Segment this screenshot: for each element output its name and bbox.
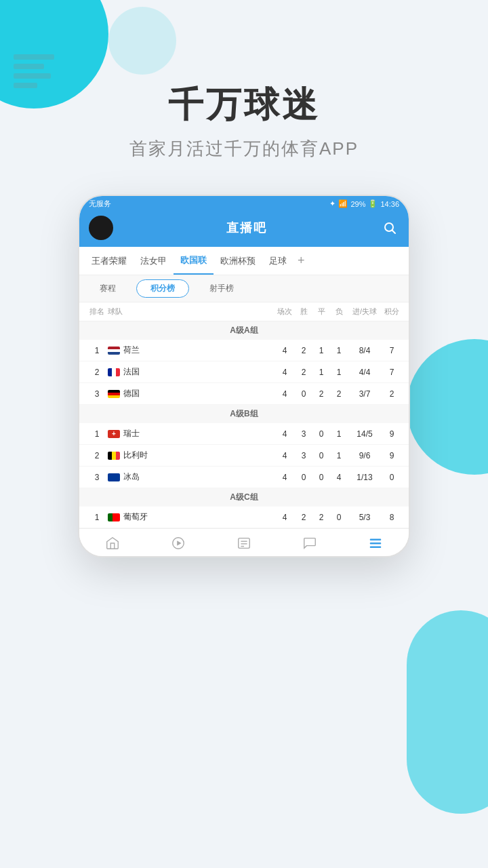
bottom-nav-community[interactable] xyxy=(277,534,343,552)
user-avatar[interactable] xyxy=(89,216,113,240)
battery-level: 29% xyxy=(350,200,365,208)
phone-mockup: 无服务 ✦ 📶 29% 🔋 14:36 直播吧 王者荣耀 法女甲 xyxy=(0,195,488,557)
phone-frame: 无服务 ✦ 📶 29% 🔋 14:36 直播吧 王者荣耀 法女甲 xyxy=(78,195,410,557)
header-lose: 负 xyxy=(330,307,348,317)
flag-switzerland xyxy=(108,430,120,438)
standings-table: 排名 球队 场次 胜 平 负 进/失球 积分 A级A组 1 荷兰 4 2 1 1 xyxy=(79,302,409,528)
bottom-navigation xyxy=(79,528,409,556)
table-row[interactable]: 1 瑞士 4 3 0 1 14/5 9 xyxy=(79,423,409,445)
battery-icon: 🔋 xyxy=(368,199,378,208)
sub-tabs: 赛程 积分榜 射手榜 xyxy=(79,275,409,302)
group-a-header: A级A组 xyxy=(79,321,409,340)
news-icon xyxy=(237,536,251,551)
table-row[interactable]: 3 德国 4 0 2 2 3/7 2 xyxy=(79,383,409,405)
status-bar: 无服务 ✦ 📶 29% 🔋 14:36 xyxy=(79,196,409,212)
list-icon xyxy=(368,536,383,551)
bottom-nav-live[interactable] xyxy=(145,534,211,552)
bg-decoration-circle-br xyxy=(407,610,488,814)
time-display: 14:36 xyxy=(380,200,399,208)
app-title: 直播吧 xyxy=(226,220,267,236)
flag-netherlands xyxy=(108,347,120,355)
app-header: 直播吧 xyxy=(79,212,409,247)
flag-iceland xyxy=(108,473,120,481)
group-b-header: A级B组 xyxy=(79,405,409,423)
subtab-standings[interactable]: 积分榜 xyxy=(136,279,189,298)
search-button[interactable] xyxy=(380,218,399,237)
header-draw: 平 xyxy=(312,307,330,317)
subtab-schedule[interactable]: 赛程 xyxy=(86,280,129,297)
status-carrier: 无服务 xyxy=(89,199,111,209)
group-c-header: A级C组 xyxy=(79,488,409,507)
svg-rect-8 xyxy=(370,539,382,540)
header-team: 球队 xyxy=(108,307,274,317)
header-win: 胜 xyxy=(295,307,312,317)
table-row[interactable]: 1 荷兰 4 2 1 1 8/4 7 xyxy=(79,340,409,361)
tab-zuqiu[interactable]: 足球 xyxy=(262,248,293,274)
table-row[interactable]: 2 法国 4 2 1 1 4/4 7 xyxy=(79,361,409,383)
header-goals: 进/失球 xyxy=(348,307,382,317)
add-tab-button[interactable]: + xyxy=(293,247,309,275)
play-icon xyxy=(171,536,186,551)
navigation-tabs: 王者荣耀 法女甲 欧国联 欧洲杯预 足球 + xyxy=(79,247,409,275)
tab-wangzherongyao[interactable]: 王者荣耀 xyxy=(85,248,134,274)
subtab-scorers[interactable]: 射手榜 xyxy=(196,280,247,297)
table-row[interactable]: 2 比利时 4 3 0 1 9/6 9 xyxy=(79,445,409,467)
table-row[interactable]: 3 冰岛 4 0 0 4 1/13 0 xyxy=(79,467,409,488)
flag-belgium xyxy=(108,452,120,460)
search-icon xyxy=(383,221,396,235)
hero-subtitle: 首家月活过千万的体育APP xyxy=(0,137,488,161)
status-right: ✦ 📶 29% 🔋 14:36 xyxy=(329,199,399,208)
flag-germany xyxy=(108,390,120,398)
tab-ouzhoupubei[interactable]: 欧洲杯预 xyxy=(214,248,262,274)
bottom-nav-home[interactable] xyxy=(79,534,145,552)
bottom-nav-news[interactable] xyxy=(211,534,277,552)
flag-france xyxy=(108,368,120,376)
table-header: 排名 球队 场次 胜 平 负 进/失球 积分 xyxy=(79,302,409,321)
header-pts: 积分 xyxy=(382,307,402,317)
tab-ouguo[interactable]: 欧国联 xyxy=(174,248,214,275)
flag-portugal xyxy=(108,513,120,521)
tab-fanjia[interactable]: 法女甲 xyxy=(134,248,174,274)
header-games: 场次 xyxy=(274,307,295,317)
svg-rect-9 xyxy=(370,542,382,544)
chat-icon xyxy=(302,536,317,551)
home-icon xyxy=(105,536,120,551)
svg-rect-10 xyxy=(370,547,382,548)
svg-marker-3 xyxy=(177,540,181,545)
bottom-nav-profile[interactable] xyxy=(343,534,409,552)
header-rank: 排名 xyxy=(86,307,108,317)
hero-section: 千万球迷 首家月活过千万的体育APP xyxy=(0,0,488,181)
svg-line-1 xyxy=(392,231,396,234)
bluetooth-icon: ✦ xyxy=(329,199,336,208)
hero-title: 千万球迷 xyxy=(0,81,488,129)
wifi-icon: 📶 xyxy=(338,199,348,208)
table-row[interactable]: 1 葡萄牙 4 2 2 0 5/3 8 xyxy=(79,507,409,528)
